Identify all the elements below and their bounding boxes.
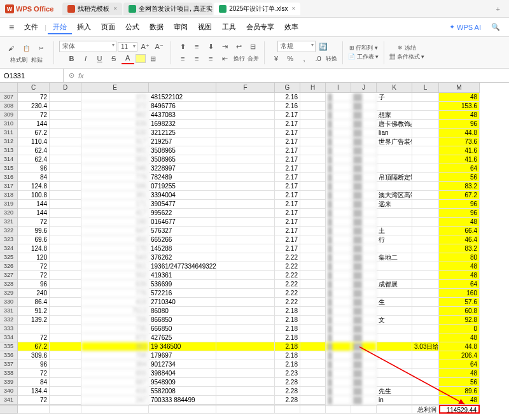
- cell[interactable]: 2.18: [275, 316, 300, 325]
- cell[interactable]: 2.17: [275, 173, 300, 182]
- cell[interactable]: [50, 262, 81, 271]
- cell[interactable]: █: [326, 378, 351, 387]
- cell[interactable]: [0, 405, 18, 414]
- cell[interactable]: 551: [81, 262, 149, 271]
- cell[interactable]: [300, 102, 326, 111]
- cell[interactable]: 219257: [149, 137, 216, 146]
- cell[interactable]: [81, 405, 149, 414]
- total-label[interactable]: 总利润: [412, 405, 439, 414]
- cell[interactable]: █: [326, 396, 351, 405]
- cell[interactable]: ██: [351, 244, 377, 253]
- cell[interactable]: [300, 200, 326, 209]
- cell[interactable]: [50, 405, 81, 414]
- hamburger-menu[interactable]: ≡: [5, 21, 18, 34]
- cell[interactable]: ██: [351, 369, 377, 378]
- spreadsheet-grid[interactable]: CDEFGHIJKLM307723724815221022.16███子4830…: [0, 83, 509, 420]
- cell[interactable]: 2.17: [275, 235, 300, 244]
- column-header[interactable]: E: [81, 83, 149, 93]
- cell[interactable]: 639: [81, 280, 149, 289]
- cell[interactable]: [412, 200, 439, 209]
- cell[interactable]: 生: [377, 298, 412, 307]
- cell[interactable]: [50, 325, 81, 333]
- cell[interactable]: [412, 378, 439, 387]
- row-header[interactable]: 330: [0, 298, 18, 307]
- cell[interactable]: 9012734: [149, 360, 216, 369]
- cell[interactable]: [216, 129, 275, 137]
- cell[interactable]: 2.17: [275, 129, 300, 137]
- cell[interactable]: [50, 191, 81, 200]
- cell[interactable]: █: [326, 316, 351, 325]
- cell[interactable]: [216, 227, 275, 235]
- cell[interactable]: [216, 244, 275, 253]
- cell[interactable]: 96: [439, 200, 480, 209]
- cell[interactable]: 2.28: [275, 387, 300, 396]
- cell[interactable]: 2.28: [275, 396, 300, 405]
- worksheet-button[interactable]: 📄 工作表 ▾: [348, 53, 379, 61]
- cell[interactable]: [412, 387, 439, 396]
- cell[interactable]: 73.6: [439, 137, 480, 146]
- wrap-icon[interactable]: ↩: [232, 41, 245, 52]
- cell[interactable]: [300, 227, 326, 235]
- cell[interactable]: 309.6: [18, 351, 50, 360]
- cell[interactable]: 2.17: [275, 164, 300, 173]
- cell[interactable]: [300, 155, 326, 164]
- align-middle-button[interactable]: ≡: [190, 41, 203, 52]
- row-header[interactable]: 341: [0, 396, 18, 405]
- cell[interactable]: [300, 271, 326, 280]
- currency-button[interactable]: ¥: [270, 53, 282, 64]
- cell[interactable]: 84: [18, 378, 50, 387]
- cell[interactable]: 2.23: [275, 369, 300, 378]
- cell[interactable]: [300, 129, 326, 137]
- italic-button[interactable]: I: [80, 53, 92, 64]
- cell[interactable]: 3394004: [149, 191, 216, 200]
- cell[interactable]: [377, 289, 412, 298]
- cell[interactable]: [50, 253, 81, 262]
- cell[interactable]: 2.17: [275, 209, 300, 218]
- cell[interactable]: 384: [81, 360, 149, 369]
- menu-会员专享[interactable]: 会员专享: [241, 20, 279, 33]
- cell[interactable]: [216, 280, 275, 289]
- cell[interactable]: [412, 137, 439, 146]
- align-left-button[interactable]: ≡: [176, 53, 189, 64]
- cell[interactable]: ██: [351, 325, 377, 333]
- cell[interactable]: ██: [351, 120, 377, 129]
- cell[interactable]: 48: [439, 218, 480, 227]
- row-header[interactable]: 318: [0, 191, 18, 200]
- cell[interactable]: ██: [351, 351, 377, 360]
- cell[interactable]: [300, 289, 326, 298]
- cell[interactable]: 89.6: [439, 387, 480, 396]
- cell[interactable]: █: [326, 209, 351, 218]
- cell[interactable]: [300, 342, 326, 351]
- cell[interactable]: in: [377, 396, 412, 405]
- cell[interactable]: 2.17: [275, 191, 300, 200]
- cell[interactable]: [377, 209, 412, 218]
- cell[interactable]: █: [326, 289, 351, 298]
- cell[interactable]: 48: [439, 333, 480, 342]
- cell[interactable]: [50, 155, 81, 164]
- cell[interactable]: 46.4: [439, 235, 480, 244]
- cell[interactable]: 1698232: [149, 120, 216, 129]
- cell[interactable]: 2.18: [275, 325, 300, 333]
- cell[interactable]: 2.22: [275, 271, 300, 280]
- row-header[interactable]: 327: [0, 271, 18, 280]
- cell[interactable]: 3508965: [149, 155, 216, 164]
- bold-button[interactable]: B: [66, 53, 78, 64]
- cell[interactable]: [216, 191, 275, 200]
- cell[interactable]: 144: [18, 209, 50, 218]
- menu-工具[interactable]: 工具: [217, 20, 241, 33]
- cell[interactable]: 2.17: [275, 137, 300, 146]
- cell[interactable]: 69.6: [18, 235, 50, 244]
- cell[interactable]: 2.17: [275, 200, 300, 209]
- dropdown-icon[interactable]: ⊙: [69, 71, 74, 80]
- cell[interactable]: [50, 120, 81, 129]
- cell[interactable]: [216, 137, 275, 146]
- cell[interactable]: [216, 235, 275, 244]
- row-header[interactable]: 324: [0, 244, 18, 253]
- cell[interactable]: 2.16: [275, 93, 300, 102]
- cell[interactable]: 83.2: [439, 244, 480, 253]
- cell[interactable]: 3508965: [149, 146, 216, 155]
- cell[interactable]: [377, 271, 412, 280]
- cell[interactable]: █: [326, 360, 351, 369]
- cell[interactable]: ██: [351, 111, 377, 120]
- cell[interactable]: █: [326, 280, 351, 289]
